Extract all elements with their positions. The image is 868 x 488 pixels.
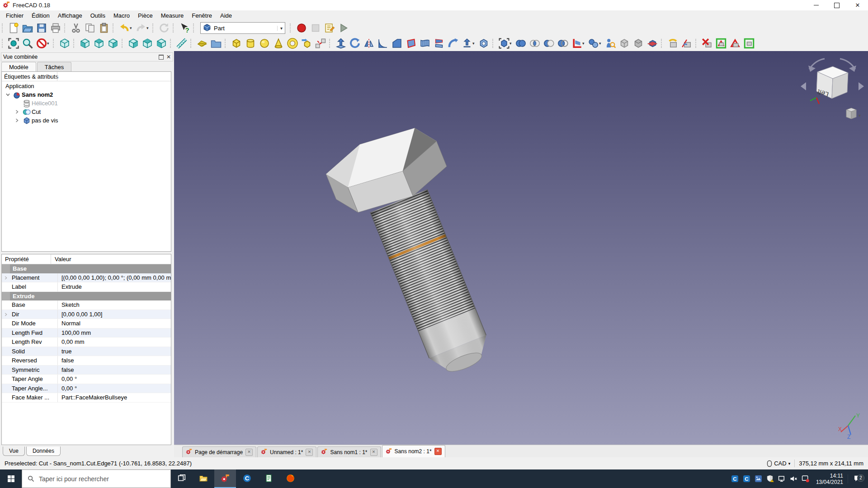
section-plane-button[interactable] [645,37,659,50]
menu-affichage[interactable]: Affichage [54,11,86,20]
fit-selection-button[interactable] [20,37,34,50]
tab-modele[interactable]: Modèle [1,62,36,72]
primitive-sphere-button[interactable] [257,37,271,50]
property-group-base[interactable]: Base [2,264,171,273]
document-tab-page-de-d-marrage[interactable]: Page de démarrage✕ [182,446,256,457]
fit-all-button[interactable] [6,37,20,50]
primitive-cone-button[interactable] [271,37,285,50]
thickness-button[interactable] [476,37,491,50]
tray-c-icon[interactable]: C [729,475,741,483]
menu-measure[interactable]: Measure [157,11,188,20]
expander-right-icon[interactable] [14,118,19,123]
property-row-label[interactable]: LabelExtrude [2,282,171,292]
tab-close-icon[interactable]: ✕ [370,449,377,456]
view-right-button[interactable] [106,37,120,50]
sweep-button[interactable] [446,37,460,50]
property-value[interactable]: [0,00 0,00 1,00] [58,311,171,318]
property-value[interactable]: 0,00 ° [58,375,171,382]
cut-button[interactable] [69,22,83,34]
document-tab-sans-nom1-1-[interactable]: Sans nom1 : 1*✕ [317,446,381,457]
compound-button[interactable] [497,37,511,50]
macro-stop-button[interactable] [308,22,322,34]
toolbar-handle[interactable] [2,39,5,48]
property-row-solid[interactable]: Solidtrue [2,347,171,357]
start-button[interactable] [0,469,22,488]
expander-down-icon[interactable] [5,93,10,97]
taskbar-app-explorer[interactable] [193,469,214,488]
property-value[interactable]: true [58,348,171,355]
property-row-length-fwd[interactable]: Length Fwd100,00 mm [2,328,171,338]
toolbar-handle[interactable] [53,39,56,48]
toolbar-handle[interactable] [113,23,115,33]
taskbar-app-task-view[interactable] [171,469,193,488]
tab-vue[interactable]: Vue [3,446,25,456]
navcube-mini-cube[interactable]: ▾ [846,108,861,119]
toolbar-handle[interactable] [152,23,155,33]
offset-button[interactable] [460,37,474,50]
boolean-cut-button[interactable] [542,37,556,50]
refine-shape-button[interactable] [631,37,645,50]
nav-style-selector[interactable]: CAD ▾ [767,460,790,467]
join-features-dropdown-icon[interactable]: ▾ [599,41,603,46]
view-isometric-button[interactable] [57,37,71,50]
dock-float-icon[interactable] [159,55,164,60]
view-left-button[interactable] [154,37,168,50]
measure-distance-button[interactable] [175,37,189,50]
expander-right-icon[interactable] [4,311,8,318]
property-row-length-rev[interactable]: Length Rev0,00 mm [2,338,171,347]
property-row-face-maker-[interactable]: Face Maker ...Part::FaceMakerBullseye [2,393,171,403]
compound-dropdown-icon[interactable]: ▾ [509,41,514,46]
boolean-section-button[interactable] [556,37,570,50]
tab-taches[interactable]: Tâches [37,62,72,72]
open-file-button[interactable] [20,22,34,34]
property-row-base[interactable]: BaseSketch [2,300,171,310]
expander-right-icon[interactable] [14,110,19,114]
tree-item-cut[interactable]: Cut [2,108,171,116]
property-row-dir-mode[interactable]: Dir ModeNormal [2,319,171,328]
measure-toggle-3d-button[interactable] [728,37,742,50]
macro-record-button[interactable] [294,22,308,34]
property-value[interactable]: Part::FaceMakerBullseye [58,394,171,401]
tray-mute-icon[interactable] [788,475,800,483]
macro-edit-button[interactable] [322,22,336,34]
boolean-common-button[interactable] [528,37,542,50]
taskbar-app-chrome[interactable]: C [236,469,258,488]
paste-button[interactable] [97,22,111,34]
dock-close-icon[interactable]: ✕ [166,55,171,59]
defeaturing-button[interactable] [617,37,631,50]
tree-item-sans-nom2[interactable]: Sans nom2 [2,90,171,99]
pan-right-arrow[interactable] [859,82,864,90]
tray-c-icon[interactable]: C [741,475,753,483]
property-value[interactable]: false [58,357,171,364]
property-value[interactable]: Sketch [58,301,171,308]
toolbar-handle[interactable] [329,39,332,48]
undo-dropdown-icon[interactable]: ▾ [130,26,134,30]
taskbar-clock[interactable]: 14:1113/04/2021 [811,473,848,485]
primitive-cylinder-button[interactable] [243,37,257,50]
tray-snip-icon[interactable] [800,475,811,483]
menu-piece[interactable]: Pièce [134,11,157,20]
toolbar-handle[interactable] [64,23,67,33]
chevron-down-icon[interactable]: ▾ [277,26,283,31]
shape-builder-button[interactable] [313,37,327,50]
toolbar-handle[interactable] [2,23,5,33]
fillet-button[interactable] [376,37,390,50]
tree-item-pas-de-vis[interactable]: pas de vis [2,116,171,125]
menu-aide[interactable]: Aide [216,11,236,20]
notification-center-button[interactable]: 2 [848,474,866,483]
measure-toggle-deltas-button[interactable] [742,37,756,50]
navcube-menu-arrow[interactable]: ▾ [859,113,861,118]
property-row-placement[interactable]: Placement[(0,00 0,00 1,00); 0,00 °; (0,0… [2,273,171,283]
print-button[interactable] [48,22,62,34]
document-tab-unnamed-1-[interactable]: Unnamed : 1*✕ [257,446,316,457]
tree-item-h-lice001[interactable]: Hélice001 [2,99,171,108]
workbench-selector[interactable]: Part▾ [200,22,285,34]
macro-play-button[interactable] [336,22,350,34]
boolean-union-button[interactable] [514,37,528,50]
revolve-button[interactable] [348,37,362,50]
navcube-body[interactable]: Left [810,66,848,104]
toolbar-handle[interactable] [225,39,227,48]
toolbar-handle[interactable] [695,39,698,48]
copy-button[interactable] [83,22,97,34]
tab-close-icon[interactable]: ✕ [245,449,253,456]
